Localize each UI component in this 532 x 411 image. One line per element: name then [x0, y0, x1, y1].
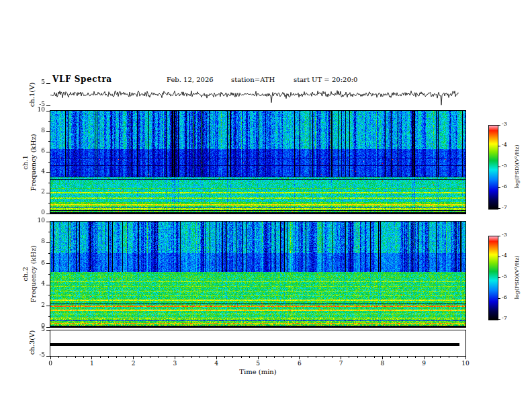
x-tick-minor: [291, 357, 292, 358]
x-tick-label: 0: [45, 361, 56, 367]
colorbar-tick-label: -3: [502, 232, 515, 238]
x-tick-minor: [407, 357, 408, 358]
x-tick-minor: [232, 357, 233, 358]
x-tick-minor: [308, 357, 308, 358]
y-tick: [46, 285, 50, 285]
colorbar-tick: [498, 146, 500, 146]
y-tick: [46, 172, 50, 173]
y-tick-minor: [48, 203, 50, 203]
colorbar-tick: [498, 125, 500, 126]
colorbar-tick: [498, 277, 500, 278]
colorbar-tick-label: -5: [502, 274, 515, 280]
x-tick: [258, 357, 259, 359]
y-tick-label: 4: [29, 169, 45, 175]
y-tick: [46, 152, 50, 152]
ch3-panel: [50, 330, 466, 357]
ch1-spectrogram-panel: [50, 110, 466, 214]
colorbar-tick: [498, 208, 500, 209]
x-tick-minor: [224, 357, 225, 358]
x-tick-minor: [241, 357, 242, 358]
x-tick-minor: [108, 357, 109, 358]
y-tick-label: 6: [29, 260, 45, 267]
y-tick: [46, 131, 50, 132]
x-tick-label: 2: [128, 361, 139, 367]
y-tick-label: 10: [29, 218, 45, 224]
y-tick-minor: [48, 162, 50, 163]
x-tick: [175, 357, 175, 359]
chart-date: Feb. 12, 2026: [167, 76, 214, 83]
y-tick: [46, 214, 50, 214]
colorbar-tick-label: -5: [502, 163, 515, 169]
y-tick-minor: [48, 274, 50, 275]
x-tick-label: 10: [460, 361, 471, 367]
y-tick: [46, 327, 50, 328]
x-tick-minor: [125, 357, 126, 358]
x-tick: [133, 357, 134, 359]
y-tick: [46, 263, 50, 264]
ch2-frequency-axis-label: Frequency (kHz): [30, 245, 37, 302]
y-tick-label: 2: [29, 302, 45, 309]
x-tick-label: 9: [418, 361, 429, 367]
y-tick-label: 0: [29, 210, 45, 216]
x-tick-label: 7: [336, 361, 347, 367]
y-tick-label: 8: [29, 238, 45, 245]
y-tick-minor: [48, 253, 50, 254]
x-tick-minor: [332, 357, 333, 358]
x-tick-minor: [100, 357, 101, 358]
y-tick-minor: [48, 295, 50, 295]
x-tick-label: 6: [294, 361, 305, 367]
y-tick-minor: [48, 232, 50, 232]
x-tick-minor: [274, 357, 275, 358]
y-tick-minor: [48, 183, 50, 183]
colorbar-tick-label: -4: [502, 253, 515, 259]
x-tick-minor: [349, 357, 349, 358]
colorbar-tick-label: -3: [502, 122, 515, 128]
colorbar-tick: [498, 257, 500, 257]
x-tick-minor: [116, 357, 117, 358]
x-tick-label: 4: [211, 361, 222, 367]
x-tick-minor: [66, 357, 67, 358]
colorbar-tick: [498, 298, 500, 299]
ch2-spectrogram-canvas: [50, 222, 466, 327]
y-tick: [46, 193, 50, 193]
ch1-spectrogram-canvas: [50, 111, 466, 214]
y-tick-minor: [48, 121, 50, 122]
x-tick-minor: [58, 357, 59, 358]
x-tick: [50, 357, 51, 359]
colorbar-tick: [498, 187, 500, 188]
x-tick-minor: [316, 357, 316, 358]
y-tick-label: -5: [29, 352, 45, 359]
ch1-waveform-canvas: [50, 83, 466, 105]
x-tick-minor: [399, 357, 400, 358]
x-tick-minor: [365, 357, 366, 358]
y-tick-label: 5: [29, 79, 45, 86]
x-tick: [466, 357, 466, 359]
chart-start-ut: start UT = 20:20:0: [294, 76, 357, 83]
x-tick: [216, 357, 217, 359]
x-tick: [424, 357, 425, 359]
colorbar-tick: [498, 319, 500, 320]
y-tick-label: 8: [29, 128, 45, 134]
x-tick: [382, 357, 383, 359]
ch3-waveform-canvas: [50, 330, 466, 356]
chart-station: station=ATH: [231, 76, 275, 83]
colorbar-tick-label: -6: [502, 184, 515, 190]
x-tick-minor: [191, 357, 192, 358]
ch2-spectrogram-panel: [50, 221, 466, 328]
x-tick-minor: [75, 357, 76, 358]
x-tick-minor: [432, 357, 433, 358]
x-tick-minor: [357, 357, 358, 358]
x-tick-minor: [141, 357, 142, 358]
x-tick-minor: [283, 357, 283, 358]
vlf-spectra-figure: VLF Spectra Feb. 12, 2026 station=ATH st…: [0, 0, 532, 411]
chart-title: VLF Spectra: [52, 75, 112, 84]
y-tick-label: 6: [29, 148, 45, 154]
y-tick-minor: [48, 141, 50, 142]
ch3-voltage-axis-label: ch.3(V): [28, 330, 36, 355]
x-tick-minor: [167, 357, 167, 358]
x-tick: [341, 357, 341, 359]
x-tick-minor: [457, 357, 457, 358]
x-tick: [91, 357, 92, 359]
colorbar-tick-label: -4: [502, 142, 515, 148]
x-tick-minor: [150, 357, 150, 358]
